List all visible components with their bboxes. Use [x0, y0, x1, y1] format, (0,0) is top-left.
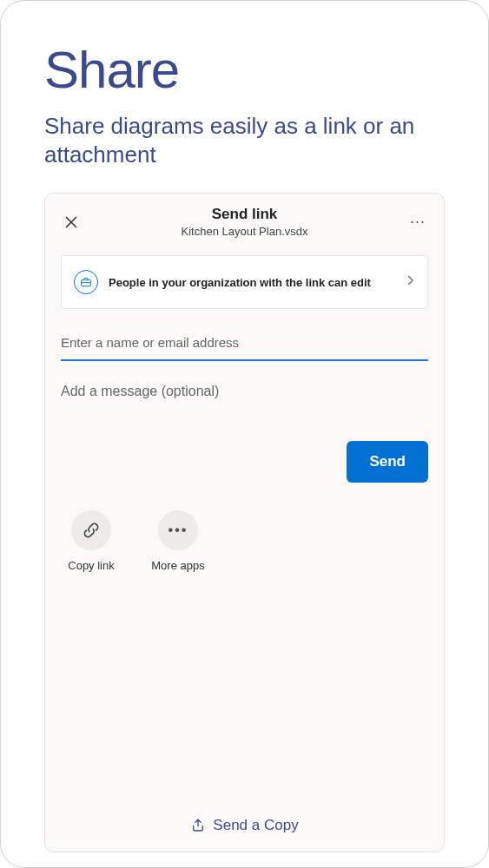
sheet-body: People in your organization with the lin… — [45, 247, 444, 801]
recipient-placeholder: Enter a name or email address — [61, 335, 239, 350]
more-apps-label: More apps — [151, 559, 204, 572]
link-icon — [71, 510, 111, 550]
message-placeholder: Add a message (optional) — [61, 384, 219, 398]
sheet-header-center: Send link Kitchen Layout Plan.vsdx — [82, 206, 407, 238]
copy-link-action[interactable]: Copy link — [61, 510, 122, 572]
message-input[interactable]: Add a message (optional) — [61, 384, 428, 399]
more-options-button[interactable]: ··· — [407, 212, 428, 233]
share-actions: Copy link ••• More apps — [61, 510, 428, 572]
send-row: Send — [61, 441, 428, 483]
close-button[interactable] — [61, 212, 82, 233]
hero-title: Share — [44, 40, 445, 100]
send-copy-link[interactable]: Send a Copy — [45, 801, 444, 852]
upload-icon — [190, 818, 206, 833]
permission-text: People in your organization with the lin… — [109, 276, 396, 289]
more-icon: ··· — [410, 213, 426, 231]
promo-frame: Share Share diagrams easily as a link or… — [0, 0, 489, 868]
sheet-filename: Kitchen Layout Plan.vsdx — [82, 225, 407, 238]
more-apps-action[interactable]: ••• More apps — [148, 510, 208, 572]
send-button[interactable]: Send — [347, 441, 428, 483]
close-icon — [64, 215, 78, 229]
sheet-header: Send link Kitchen Layout Plan.vsdx ··· — [45, 194, 444, 247]
copy-link-label: Copy link — [68, 559, 114, 572]
share-sheet: Send link Kitchen Layout Plan.vsdx ··· P… — [44, 193, 445, 852]
sheet-title: Send link — [82, 206, 407, 223]
send-copy-label: Send a Copy — [213, 817, 298, 834]
recipient-input[interactable]: Enter a name or email address — [61, 335, 428, 361]
more-apps-icon: ••• — [158, 510, 198, 550]
permission-selector[interactable]: People in your organization with the lin… — [61, 255, 428, 309]
briefcase-icon — [74, 270, 98, 294]
chevron-right-icon — [406, 274, 415, 290]
hero-subtitle: Share diagrams easily as a link or an at… — [44, 112, 445, 168]
